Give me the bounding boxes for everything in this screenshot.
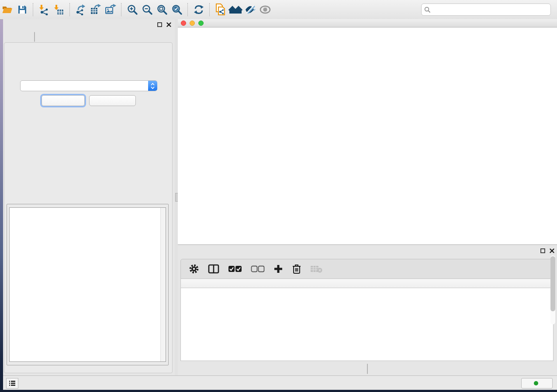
table-panel: [178, 244, 557, 376]
save-icon[interactable]: [15, 2, 30, 17]
memory-button[interactable]: [521, 378, 553, 389]
status-bar: [3, 375, 557, 390]
table-panel-close-icon[interactable]: [549, 248, 555, 254]
network-window-titlebar[interactable]: [178, 19, 557, 28]
mcds-result-listbox: [9, 207, 166, 362]
deselect-all-icon[interactable]: [251, 265, 265, 272]
window-maximize-traffic-light[interactable]: [198, 21, 204, 26]
mcds-tab-content: [4, 42, 173, 373]
export-table-icon[interactable]: [88, 2, 103, 17]
network-canvas[interactable]: [178, 27, 557, 244]
table-panel-tabbar: [178, 364, 557, 374]
optimization-criterion-select[interactable]: [20, 80, 157, 91]
add-column-plus-icon[interactable]: [273, 264, 283, 274]
network-window: [178, 19, 557, 244]
export-image-icon[interactable]: [103, 2, 118, 17]
home-networks-icon[interactable]: [228, 2, 243, 17]
mcds-list-scrollbar[interactable]: [160, 208, 166, 361]
table-header-row: [181, 279, 553, 288]
memory-status-dot: [534, 381, 538, 385]
show-graphics-details-icon[interactable]: [258, 2, 273, 17]
toolbar-separator: [121, 3, 122, 16]
search-box: [421, 3, 551, 16]
control-panel: [3, 19, 175, 375]
import-network-icon[interactable]: [37, 2, 52, 17]
import-table-icon[interactable]: [52, 2, 66, 17]
window-minimize-traffic-light[interactable]: [190, 21, 195, 26]
select-stepper-icon: [148, 81, 157, 91]
network-from-file-icon[interactable]: [213, 2, 228, 17]
show-columns-icon[interactable]: [208, 264, 219, 274]
zoom-selected-icon[interactable]: [170, 2, 184, 17]
refresh-icon[interactable]: [191, 2, 206, 17]
hide-graphics-details-icon[interactable]: [243, 2, 258, 17]
table-settings-gear-icon[interactable]: [189, 264, 199, 274]
task-history-list-icon[interactable]: [6, 378, 18, 389]
close-panel-button[interactable]: [89, 95, 136, 106]
control-panel-float-button[interactable]: [156, 21, 163, 28]
mcds-result-fieldset: [7, 204, 169, 365]
node-table[interactable]: [180, 279, 554, 361]
control-panel-close-icon[interactable]: [166, 21, 172, 28]
main-toolbar: [0, 0, 557, 20]
toolbar-separator: [187, 3, 188, 16]
toolbar-separator: [209, 3, 210, 16]
export-network-icon[interactable]: [73, 2, 88, 17]
search-input[interactable]: [433, 5, 550, 14]
control-panel-tabbar: [34, 32, 35, 42]
zoom-out-icon[interactable]: [140, 2, 155, 17]
application-window: [0, 0, 557, 392]
table-panel-float-button[interactable]: [540, 248, 546, 254]
mcds-result-list: [10, 208, 160, 361]
table-toolbar: [180, 259, 554, 279]
search-icon: [424, 7, 431, 13]
delete-trash-icon[interactable]: [292, 264, 301, 274]
table-scrollbar[interactable]: [550, 255, 555, 324]
window-close-traffic-light[interactable]: [181, 21, 186, 26]
delete-table-icon: [310, 265, 322, 273]
run-mcds-button[interactable]: [42, 95, 85, 106]
zoom-fit-icon[interactable]: [155, 2, 170, 17]
select-all-icon[interactable]: [228, 265, 242, 272]
toolbar-separator: [69, 3, 70, 16]
zoom-in-icon[interactable]: [125, 2, 140, 17]
toolbar-separator: [33, 3, 34, 16]
table-scrollbar-thumb[interactable]: [550, 256, 555, 311]
open-folder-icon[interactable]: [0, 2, 15, 17]
